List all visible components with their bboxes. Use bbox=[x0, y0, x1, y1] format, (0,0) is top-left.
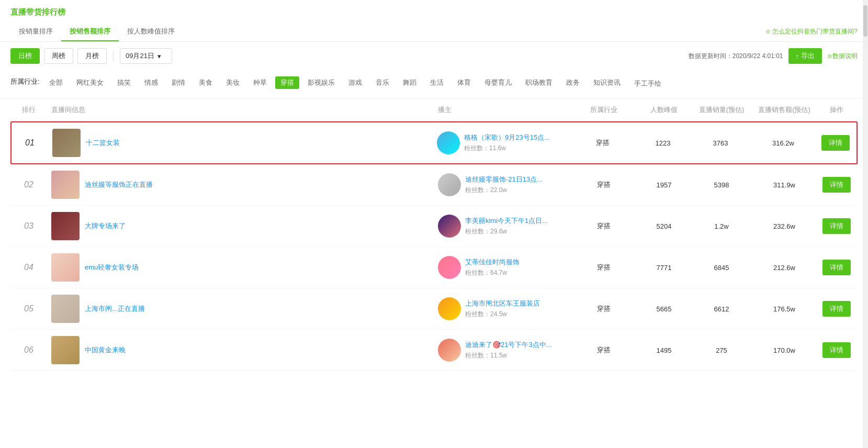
sales-count-01: 3763 bbox=[689, 139, 752, 147]
industry-tag-fashion[interactable]: 穿搭 bbox=[275, 76, 299, 89]
stream-thumb-06 bbox=[51, 336, 80, 364]
avatar-04 bbox=[438, 256, 461, 279]
industry-tag-wanghong[interactable]: 网红美女 bbox=[71, 76, 109, 89]
industry-06: 穿搭 bbox=[570, 345, 638, 355]
daily-btn[interactable]: 日榜 bbox=[10, 48, 40, 64]
stream-name-02[interactable]: 迪丝嫚等服饰正在直播 bbox=[85, 180, 153, 189]
stream-name-05[interactable]: 上海市闸...正在直播 bbox=[85, 304, 145, 313]
industry-03: 穿搭 bbox=[570, 221, 638, 231]
streamer-info-02: 迪丝嫚零服饰-21日13点... 粉丝数：22.0w bbox=[434, 173, 570, 196]
col-rank-header: 排行 bbox=[10, 105, 47, 115]
streamer-name-03[interactable]: 李美丽kimi今天下午1点日... bbox=[465, 216, 548, 226]
divider bbox=[113, 51, 114, 61]
industry-tag-drama[interactable]: 剧情 bbox=[166, 76, 190, 89]
industry-02: 穿搭 bbox=[570, 180, 638, 189]
industry-tag-food[interactable]: 美食 bbox=[194, 76, 218, 89]
streamer-name-01[interactable]: 格格（宋歌）9月23号15点... bbox=[464, 133, 550, 142]
industry-tag-edu[interactable]: 职场教育 bbox=[520, 76, 558, 89]
industry-tag-entertainment[interactable]: 影视娱乐 bbox=[302, 76, 340, 89]
industry-tag-handcraft[interactable]: 手工手绘 bbox=[629, 77, 667, 90]
industry-label: 所属行业: bbox=[10, 75, 40, 86]
rank-04: 04 bbox=[10, 263, 47, 272]
stream-thumb-04 bbox=[51, 253, 80, 282]
detail-btn-01[interactable]: 详情 bbox=[821, 135, 850, 151]
industry-tag-music[interactable]: 音乐 bbox=[370, 76, 394, 89]
stream-thumb-01 bbox=[52, 129, 81, 157]
peak-02: 1957 bbox=[638, 181, 690, 189]
industry-tag-love[interactable]: 情感 bbox=[139, 76, 163, 89]
peak-06: 1495 bbox=[638, 346, 690, 354]
tab-bar: 按销量排序 按销售额排序 按人数峰值排序 ⊙ 怎么定位抖音热门带货直播间? bbox=[0, 21, 868, 42]
rank-02: 02 bbox=[10, 180, 47, 189]
industry-tag-life[interactable]: 生活 bbox=[425, 76, 449, 89]
avatar-06 bbox=[438, 339, 461, 362]
stream-name-06[interactable]: 中国黄金来晚 bbox=[85, 345, 126, 355]
weekly-btn[interactable]: 周榜 bbox=[44, 48, 73, 64]
industry-filter: 所属行业: 全部 网红美女 搞笑 情感 剧情 美食 美妆 种草 穿搭 影视娱乐 … bbox=[0, 70, 868, 99]
date-selector[interactable]: 09月21日 ▾ bbox=[120, 48, 172, 64]
monthly-btn[interactable]: 月榜 bbox=[77, 48, 107, 64]
industry-tag-politics[interactable]: 政务 bbox=[561, 76, 585, 89]
help-link[interactable]: ⊙ 怎么定位抖音热门带货直播间? bbox=[765, 27, 858, 36]
sales-amount-03: 232.6w bbox=[753, 222, 816, 230]
stream-name-01[interactable]: 十二篮女装 bbox=[86, 138, 120, 148]
scrollbar[interactable] bbox=[863, 0, 868, 448]
stream-info-06: 中国黄金来晚 bbox=[47, 336, 434, 364]
tab-by-sales-count[interactable]: 按销量排序 bbox=[10, 21, 61, 41]
industry-05: 穿搭 bbox=[570, 304, 638, 313]
industry-tag-games[interactable]: 游戏 bbox=[343, 76, 367, 89]
streamer-info-04: 艾蒂佳佳时尚服饰 粉丝数：64.7w bbox=[434, 256, 570, 279]
stream-name-03[interactable]: 大牌专场来了 bbox=[85, 221, 126, 231]
peak-01: 1223 bbox=[637, 139, 689, 147]
detail-btn-06[interactable]: 详情 bbox=[822, 342, 851, 358]
export-btn[interactable]: ↑ 导出 bbox=[788, 48, 822, 64]
streamer-name-02[interactable]: 迪丝嫚零服饰-21日13点... bbox=[465, 175, 543, 184]
stream-info-02: 迪丝嫚等服饰正在直播 bbox=[47, 171, 434, 199]
industry-tag-zhongcao[interactable]: 种草 bbox=[248, 76, 272, 89]
tab-by-peak-viewers[interactable]: 按人数峰值排序 bbox=[119, 21, 183, 41]
industry-tag-dance[interactable]: 舞蹈 bbox=[398, 76, 422, 89]
industry-tag-all[interactable]: 全部 bbox=[44, 76, 68, 89]
detail-btn-05[interactable]: 详情 bbox=[822, 301, 851, 317]
industry-tag-sports[interactable]: 体育 bbox=[452, 76, 476, 89]
streamer-info-01: 格格（宋歌）9月23号15点... 粉丝数：11.6w bbox=[433, 131, 569, 154]
sales-count-02: 5398 bbox=[690, 181, 753, 189]
stream-info-03: 大牌专场来了 bbox=[47, 212, 434, 240]
table-row: 06 中国黄金来晚 迪迪来了🎯21号下午3点中... 粉丝数：11.5w 穿搭 … bbox=[10, 330, 858, 371]
sales-amount-06: 170.0w bbox=[753, 346, 816, 354]
col-action-header: 操作 bbox=[816, 105, 858, 115]
stream-info-01: 十二篮女装 bbox=[48, 129, 433, 157]
streamer-fans-05: 粉丝数：24.5w bbox=[465, 310, 540, 319]
col-peak-header: 人数峰值 bbox=[638, 105, 690, 115]
export-icon: ↑ bbox=[796, 52, 799, 60]
table-header: 排行 直播间信息 播主 所属行业 人数峰值 直播销量(预估) 直播销售额(预估)… bbox=[10, 99, 858, 121]
streamer-name-06[interactable]: 迪迪来了🎯21号下午3点中... bbox=[465, 340, 552, 350]
table-row: 03 大牌专场来了 李美丽kimi今天下午1点日... 粉丝数：29.6w 穿搭… bbox=[10, 206, 858, 247]
detail-btn-03[interactable]: 详情 bbox=[822, 218, 851, 234]
data-note-link[interactable]: ⊙数据说明 bbox=[827, 52, 858, 61]
stream-thumb-05 bbox=[51, 295, 80, 323]
industry-tag-baby[interactable]: 母婴育儿 bbox=[479, 76, 517, 89]
sales-amount-02: 311.9w bbox=[753, 181, 816, 189]
detail-btn-02[interactable]: 详情 bbox=[822, 177, 851, 193]
detail-btn-04[interactable]: 详情 bbox=[822, 260, 851, 275]
update-time: 数据更新时间：2020/9/22 4:01:01 bbox=[689, 52, 783, 61]
streamer-fans-04: 粉丝数：64.7w bbox=[465, 268, 520, 277]
rank-01: 01 bbox=[12, 138, 48, 148]
table: 排行 直播间信息 播主 所属行业 人数峰值 直播销量(预估) 直播销售额(预估)… bbox=[0, 99, 868, 371]
peak-05: 5665 bbox=[638, 305, 690, 313]
col-sales-amount-header: 直播销售额(预估) bbox=[753, 105, 816, 115]
tab-by-sales-amount[interactable]: 按销售额排序 bbox=[61, 21, 119, 41]
streamer-name-05[interactable]: 上海市闸北区车王服装店 bbox=[465, 299, 540, 308]
scrollbar-thumb[interactable] bbox=[863, 5, 867, 37]
industry-tag-knowledge[interactable]: 知识资讯 bbox=[588, 76, 626, 89]
avatar-05 bbox=[438, 297, 461, 320]
page-title: 直播带货排行榜 bbox=[0, 0, 868, 21]
sales-count-06: 275 bbox=[690, 346, 753, 354]
industry-tag-funny[interactable]: 搞笑 bbox=[112, 76, 136, 89]
chevron-down-icon: ▾ bbox=[157, 52, 161, 60]
streamer-fans-02: 粉丝数：22.0w bbox=[465, 186, 543, 195]
streamer-name-04[interactable]: 艾蒂佳佳时尚服饰 bbox=[465, 257, 520, 267]
stream-name-04[interactable]: emu轻奢女装专场 bbox=[85, 263, 139, 272]
industry-tag-beauty[interactable]: 美妆 bbox=[221, 76, 245, 89]
